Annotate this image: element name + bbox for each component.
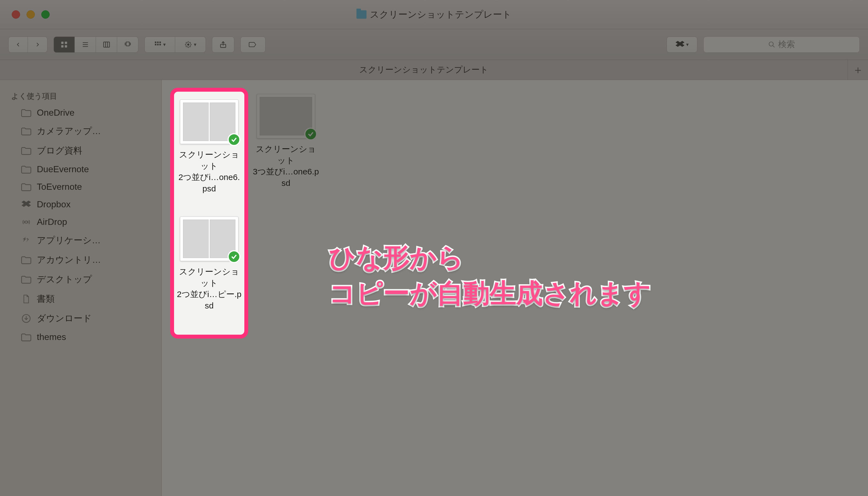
- sidebar-header: よく使う項目: [0, 86, 162, 104]
- svg-rect-17: [157, 44, 159, 45]
- svg-rect-7: [104, 42, 109, 47]
- file-thumbnail: [180, 217, 238, 261]
- sync-check-icon: [304, 128, 317, 140]
- svg-rect-13: [155, 42, 156, 43]
- sync-check-icon: [228, 133, 240, 146]
- folder-icon: [21, 108, 32, 118]
- folder-icon: [21, 255, 32, 265]
- close-window-button[interactable]: [12, 10, 20, 19]
- sidebar-item-label: ダウンロード: [37, 312, 92, 325]
- document-icon: [21, 294, 32, 304]
- sidebar-item-airdrop[interactable]: AirDrop: [0, 213, 162, 231]
- sidebar-item-label: カメラアップ…: [37, 125, 101, 137]
- sidebar-item-label: AirDrop: [37, 217, 67, 227]
- sidebar-item-label: 書類: [37, 293, 55, 305]
- svg-rect-14: [157, 42, 159, 43]
- nav-buttons: [9, 36, 47, 53]
- svg-rect-16: [155, 44, 156, 45]
- chevron-down-icon: ▾: [194, 42, 196, 48]
- sidebar-item-label: ブログ資料: [37, 145, 82, 157]
- list-view-button[interactable]: [75, 36, 96, 53]
- search-input[interactable]: 検索: [703, 36, 859, 53]
- highlighted-files: スクリーンショット 2つ並びi…one6.psd スクリーンショット 2つ並びi…: [175, 97, 244, 314]
- zoom-window-button[interactable]: [41, 10, 50, 19]
- window-title: スクリーンショットテンプレート: [0, 9, 868, 21]
- svg-point-23: [25, 221, 28, 223]
- share-button[interactable]: [212, 36, 234, 53]
- svg-rect-18: [159, 44, 161, 45]
- svg-rect-15: [159, 42, 161, 43]
- folder-icon: [21, 165, 32, 174]
- sidebar-item-applications[interactable]: アプリケーシ…: [0, 231, 162, 250]
- annotation-text: ひな形から コピーが自動生成されます: [329, 239, 651, 311]
- sidebar-item-label: ToEvernote: [37, 182, 82, 192]
- dropbox-button[interactable]: ▾: [667, 36, 697, 53]
- search-placeholder: 検索: [778, 39, 795, 50]
- svg-point-21: [769, 42, 773, 46]
- sync-check-icon: [228, 250, 240, 263]
- file-item[interactable]: スクリーンショット 3つ並びi…one6.psd: [251, 91, 321, 191]
- sidebar-item-label: themes: [37, 332, 66, 342]
- sidebar-item-dueevernote[interactable]: DueEvernote: [0, 160, 162, 178]
- tab-label: スクリーンショットテンプレート: [359, 64, 489, 76]
- folder-icon: [21, 275, 32, 284]
- chevron-down-icon: ▾: [163, 42, 166, 48]
- chevron-down-icon: ▾: [686, 42, 689, 48]
- sidebar-item-documents[interactable]: 書類: [0, 289, 162, 309]
- file-name: スクリーンショット 3つ並びi…one6.psd: [253, 143, 319, 189]
- sidebar-item-account[interactable]: アカウントリ…: [0, 250, 162, 270]
- forward-button[interactable]: [28, 36, 47, 53]
- file-thumbnail: [257, 94, 315, 139]
- coverflow-view-button[interactable]: [117, 36, 138, 53]
- sidebar-item-camera-upload[interactable]: カメラアップ…: [0, 122, 162, 141]
- file-item[interactable]: スクリーンショット 2つ並びi…one6.psd: [175, 97, 244, 197]
- sidebar-item-label: DueEvernote: [37, 164, 89, 174]
- sidebar-item-label: デスクトップ: [37, 273, 92, 285]
- svg-rect-3: [65, 45, 67, 47]
- window-title-text: スクリーンショットテンプレート: [370, 9, 511, 21]
- sidebar: よく使う項目 OneDrive カメラアップ… ブログ資料 DueEvernot…: [0, 80, 162, 496]
- svg-rect-10: [126, 42, 130, 46]
- toolbar: ▾ ▾ ▾ 検索: [0, 29, 868, 60]
- folder-icon: [21, 332, 32, 342]
- svg-point-19: [187, 44, 189, 45]
- sidebar-item-blog[interactable]: ブログ資料: [0, 141, 162, 160]
- icon-view-button[interactable]: [54, 36, 75, 53]
- tags-button[interactable]: [240, 36, 266, 53]
- traffic-lights: [0, 10, 50, 19]
- airdrop-icon: [21, 217, 32, 227]
- arrange-button[interactable]: ▾: [145, 36, 175, 53]
- back-button[interactable]: [9, 36, 28, 53]
- sidebar-item-toevernote[interactable]: ToEvernote: [0, 178, 162, 196]
- sidebar-item-downloads[interactable]: ダウンロード: [0, 309, 162, 328]
- icon-grid: スクリーンショット 3つ並びi…one6.psd: [173, 91, 857, 191]
- folder-icon: [21, 126, 32, 136]
- title-bar: スクリーンショットテンプレート: [0, 0, 868, 29]
- file-item[interactable]: スクリーンショット 2つ並びi…ピー.psd: [175, 214, 244, 314]
- sidebar-item-label: アカウントリ…: [37, 254, 101, 266]
- svg-rect-0: [61, 42, 64, 44]
- sidebar-item-desktop[interactable]: デスクトップ: [0, 270, 162, 289]
- svg-line-22: [773, 45, 775, 47]
- file-name: スクリーンショット 2つ並びi…ピー.psd: [176, 266, 242, 311]
- minimize-window-button[interactable]: [27, 10, 35, 19]
- column-view-button[interactable]: [96, 36, 117, 53]
- tab-bar: スクリーンショットテンプレート ＋: [0, 60, 868, 80]
- sidebar-item-themes[interactable]: themes: [0, 328, 162, 346]
- view-mode-group: [54, 36, 138, 53]
- svg-rect-2: [61, 45, 64, 47]
- sidebar-item-dropbox[interactable]: Dropbox: [0, 196, 162, 213]
- folder-icon: [357, 10, 366, 19]
- svg-rect-1: [65, 42, 67, 44]
- tab[interactable]: スクリーンショットテンプレート: [0, 60, 848, 80]
- file-thumbnail: [180, 99, 238, 144]
- dropbox-icon: [21, 200, 32, 209]
- sidebar-item-label: アプリケーシ…: [37, 234, 101, 247]
- sidebar-item-onedrive[interactable]: OneDrive: [0, 104, 162, 122]
- action-button[interactable]: ▾: [175, 36, 206, 53]
- file-name: スクリーンショット 2つ並びi…one6.psd: [176, 149, 242, 194]
- applications-icon: [21, 236, 32, 245]
- sidebar-item-label: OneDrive: [37, 108, 74, 118]
- download-icon: [21, 314, 32, 323]
- new-tab-button[interactable]: ＋: [848, 60, 868, 80]
